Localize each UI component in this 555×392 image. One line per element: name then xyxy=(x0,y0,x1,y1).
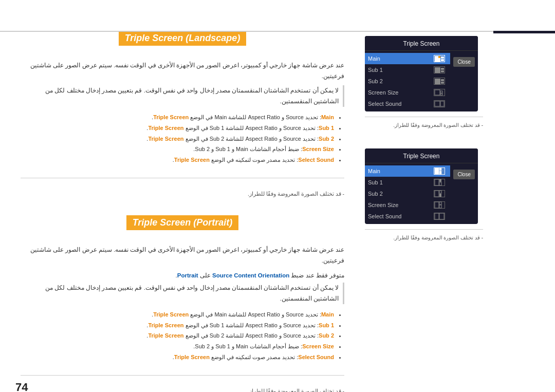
svg-rect-1 xyxy=(440,91,442,93)
landscape-title: Triple Screen (Landscape) xyxy=(119,31,247,46)
landscape-panel-header: Triple Screen xyxy=(365,36,478,51)
portrait-menu-sub1[interactable]: Sub 1 xyxy=(365,177,450,188)
main-content: Triple Screen (Landscape) عند عرض شاشة ج… xyxy=(0,0,360,392)
portrait-intro-2: لا يمكن أن تستخدم الشاشتان المنقسمتان مص… xyxy=(21,283,344,304)
right-divider-1 xyxy=(365,117,483,117)
svg-rect-7 xyxy=(439,171,441,174)
landscape-main-icon xyxy=(434,55,445,62)
landscape-panel-body: Main xyxy=(365,51,478,111)
svg-rect-11 xyxy=(439,179,441,182)
landscape-menu-main-label: Main xyxy=(368,55,434,62)
portrait-menu-select-sound-label: Select Sound xyxy=(368,213,434,219)
portrait-section: Triple Screen (Portrait) عند عرض شاشة جه… xyxy=(21,215,344,363)
sub-seg-2 xyxy=(441,59,444,61)
svg-rect-9 xyxy=(442,171,443,174)
portrait-sub1-icon-graphic xyxy=(434,179,445,186)
list-item: Screen Size: ضبط أحجام الشاشات Main و Su… xyxy=(21,341,334,352)
portrait-panel-body: Main xyxy=(365,163,478,224)
landscape-close-col: Close xyxy=(450,51,478,111)
list-item: Main: تحديد Source و Aspect Ratio للشاشة… xyxy=(21,309,334,320)
portrait-menu-select-sound[interactable]: Select Sound xyxy=(365,211,450,222)
portrait-menu-screen-size-label: Screen Size xyxy=(368,202,434,208)
sub-seg-1 xyxy=(441,68,444,70)
landscape-menu-sub1[interactable]: Sub 1 xyxy=(365,64,450,76)
portrait-sub2-icon xyxy=(434,190,445,197)
list-item: Select Sound: تحديد مصدر صوت لتمكينه في … xyxy=(21,352,334,363)
page-number: 74 xyxy=(15,381,28,392)
sub-segs xyxy=(441,79,444,84)
svg-rect-2 xyxy=(440,94,442,95)
svg-rect-6 xyxy=(439,168,441,171)
list-item: Select Sound: تحديد مصدر صوت لتمكينه في … xyxy=(21,155,334,165)
sub-seg-2 xyxy=(441,82,444,84)
landscape-menu: Main xyxy=(365,51,450,111)
portrait-note: - قد تختلف الصورة المعروضة وفقًا للطراز. xyxy=(21,388,344,392)
svg-rect-10 xyxy=(435,179,439,185)
portrait-menu: Main xyxy=(365,163,450,224)
section-divider-1 xyxy=(21,178,344,178)
landscape-menu-main[interactable]: Main xyxy=(365,53,450,64)
portrait-panel-wrapper: Triple Screen Main xyxy=(365,143,483,240)
list-item: Sub 1: تحديد Source و Aspect Ratio للشاش… xyxy=(21,123,334,134)
portrait-menu-sub2[interactable]: Sub 2 xyxy=(365,188,450,199)
section-divider-2 xyxy=(21,375,344,376)
landscape-menu-select-sound-label: Select Sound xyxy=(368,101,434,107)
svg-rect-20 xyxy=(439,213,444,219)
landscape-menu-screen-size-label: Screen Size xyxy=(368,89,434,96)
landscape-sub1-icon xyxy=(434,66,445,73)
landscape-screen-size-icon xyxy=(434,89,445,96)
svg-rect-12 xyxy=(439,182,441,185)
list-item: Sub 2: تحديد Source و Aspect Ratio للشاش… xyxy=(21,330,334,341)
portrait-panel-header: Triple Screen xyxy=(365,148,478,163)
landscape-intro-1: عند عرض شاشة جهاز خارجي أو كمبيوتر، اعرض… xyxy=(21,60,344,81)
select-sound-icon-graphic xyxy=(434,101,445,107)
portrait-screen-size-icon xyxy=(434,201,445,209)
portrait-panel-title: Triple Screen xyxy=(403,153,440,160)
svg-rect-5 xyxy=(435,168,439,174)
landscape-menu-screen-size[interactable]: Screen Size xyxy=(365,87,450,98)
portrait-select-sound-icon-graphic xyxy=(434,213,445,220)
landscape-sub1-icon-graphic xyxy=(435,67,444,73)
portrait-menu-main-label: Main xyxy=(368,168,434,174)
portrait-main-icon xyxy=(434,167,445,175)
landscape-section: Triple Screen (Landscape) عند عرض شاشة ج… xyxy=(21,31,344,165)
landscape-close-button[interactable]: Close xyxy=(453,57,475,67)
landscape-menu-sub2-label: Sub 2 xyxy=(368,78,434,84)
landscape-select-sound-icon xyxy=(434,100,445,107)
portrait-intro-1: عند عرض شاشة جهاز خارجي أو كمبيوتر، اعرض… xyxy=(21,245,344,266)
portrait-menu-main[interactable]: Main xyxy=(365,165,450,177)
sub-seg-1 xyxy=(441,79,444,81)
landscape-panel-wrapper: Triple Screen Main xyxy=(365,31,483,128)
portrait-sub1-icon xyxy=(434,179,445,186)
right-divider-2 xyxy=(365,229,483,230)
landscape-menu-sub2[interactable]: Sub 2 xyxy=(365,76,450,87)
svg-rect-14 xyxy=(439,191,441,193)
main-seg xyxy=(435,56,440,62)
portrait-select-sound-icon xyxy=(434,213,445,220)
portrait-menu-sub1-label: Sub 1 xyxy=(368,179,434,185)
landscape-panel-note: - قد تختلف الصورة المعروضة وفقًا للطراز. xyxy=(365,122,483,128)
portrait-bullets: Main: تحديد Source و Aspect Ratio للشاشة… xyxy=(21,309,344,363)
portrait-sub2-icon-graphic xyxy=(434,190,445,197)
svg-rect-0 xyxy=(435,90,440,95)
svg-rect-18 xyxy=(439,205,441,208)
svg-rect-16 xyxy=(435,202,439,208)
screen-size-icon-graphic xyxy=(434,89,445,96)
top-border xyxy=(0,31,555,32)
landscape-sub2-icon xyxy=(434,78,445,85)
sub-segs xyxy=(441,68,444,72)
landscape-note: - قد تختلف الصورة المعروضة وفقًا للطراز. xyxy=(21,191,344,197)
right-accent xyxy=(493,31,555,33)
main-seg xyxy=(435,67,440,73)
landscape-bullets: Main: تحديد Source و Aspect Ratio للشاشة… xyxy=(21,112,344,165)
sub-seg-2 xyxy=(441,70,444,72)
svg-rect-17 xyxy=(439,202,441,204)
portrait-close-button[interactable]: Close xyxy=(453,170,475,179)
list-item: Screen Size: ضبط أحجام الشاشات Main و Su… xyxy=(21,144,334,155)
svg-rect-8 xyxy=(442,168,443,171)
landscape-menu-select-sound[interactable]: Select Sound xyxy=(365,98,450,109)
landscape-panel-title: Triple Screen xyxy=(403,40,440,47)
portrait-menu-screen-size[interactable]: Screen Size xyxy=(365,199,450,211)
landscape-main-icon-graphic xyxy=(435,56,444,62)
portrait-main-icon-graphic xyxy=(434,167,445,175)
